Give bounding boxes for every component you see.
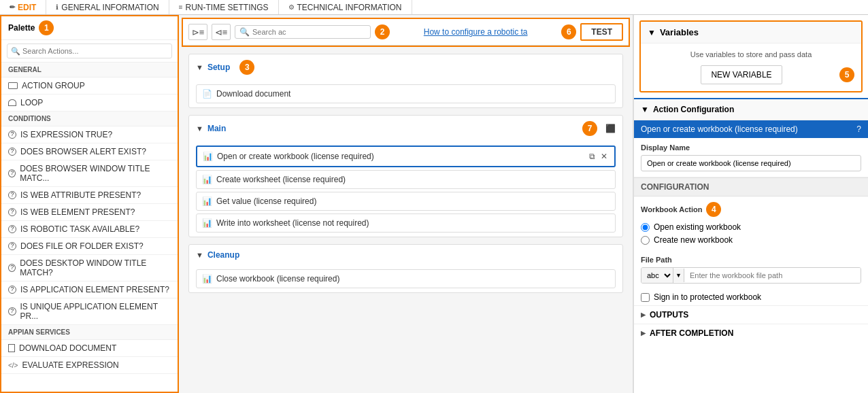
action-config-body: Open or create workbook (license require…	[634, 120, 868, 342]
sidebar-item-robotic-task[interactable]: ? IS ROBOTIC TASK AVAILABLE?	[1, 221, 178, 238]
outputs-row[interactable]: ▶ OUTPUTS	[634, 305, 868, 324]
sidebar-list: GENERAL ACTION GROUP LOOP CONDITIONS ? I…	[1, 63, 178, 392]
nav-general-info[interactable]: ℹ GENERAL INFORMATION	[46, 0, 169, 14]
palette-title: Palette	[8, 23, 35, 33]
section-main: ▼ Main 7 ⬛ 📊 Open or create workbook (li…	[188, 115, 623, 237]
sidebar-item-file-folder[interactable]: ? DOES FILE OR FOLDER EXIST?	[1, 238, 178, 255]
sidebar-item-unique-app-element[interactable]: ? IS UNIQUE APPLICATION ELEMENT PR...	[1, 298, 178, 325]
radio-create-new-input[interactable]	[641, 236, 650, 245]
variables-title: Variables	[660, 27, 699, 37]
center-search-input[interactable]	[252, 28, 366, 36]
test-button[interactable]: TEST	[580, 23, 623, 41]
action-open-workbook[interactable]: 📊 Open or create workbook (license requi…	[196, 146, 616, 167]
question-icon-7: ?	[8, 242, 16, 250]
action-download-document[interactable]: 📄 Download document	[196, 84, 616, 103]
config-subsection-header: CONFIGURATION	[634, 177, 868, 196]
sidebar-item-web-attribute[interactable]: ? IS WEB ATTRIBUTE PRESENT?	[1, 187, 178, 204]
palette-badge: 1	[39, 20, 54, 35]
sidebar-item-evaluate-expression[interactable]: </> EVALUATE EXPRESSION	[1, 357, 178, 374]
section-appian-services: APPIAN SERVICES	[1, 325, 178, 340]
selected-action-bar: Open or create workbook (license require…	[634, 120, 868, 138]
question-icon-10: ?	[8, 307, 16, 315]
variables-header: ▼ Variables	[641, 22, 861, 44]
sidebar-item-is-expression-true[interactable]: ? IS EXPRESSION TRUE?	[1, 126, 178, 143]
sidebar-item-browser-alert[interactable]: ? DOES BROWSER ALERT EXIST?	[1, 143, 178, 160]
action-write-worksheet[interactable]: 📊 Write into worksheet (license not requ…	[196, 213, 616, 233]
nav-runtime-settings[interactable]: ≡ RUN-TIME SETTINGS	[169, 0, 279, 14]
sign-in-checkbox-label[interactable]: Sign in to protected workbook	[634, 289, 868, 305]
section-cleanup-header[interactable]: ▼ Cleanup	[189, 245, 622, 265]
main-title: Main	[207, 124, 226, 133]
radio-open-existing-input[interactable]	[641, 223, 650, 232]
sidebar-item-app-element[interactable]: ? IS APPLICATION ELEMENT PRESENT?	[1, 281, 178, 298]
get-value-icon: 📊	[202, 196, 212, 206]
how-to-link[interactable]: How to configure a robotic ta	[394, 27, 557, 37]
center-content: ⊳≡ ⊲≡ 🔍 2 How to configure a robotic ta …	[179, 15, 633, 393]
nav-technical-info[interactable]: ⚙ TECHNICAL INFORMATION	[279, 0, 412, 14]
variables-section: ▼ Variables Use variables to store and p…	[639, 20, 863, 92]
question-icon-4: ?	[8, 191, 16, 199]
radio-open-existing[interactable]: Open existing workbook	[641, 222, 861, 232]
action-config-title: Action Configuration	[653, 105, 734, 114]
question-icon: ?	[8, 131, 16, 139]
code-icon: </>	[8, 362, 18, 369]
sidebar-item-browser-window-title[interactable]: ? DOES BROWSER WINDOW TITLE MATC...	[1, 160, 178, 187]
action-right-controls: ⧉ ✕	[588, 151, 609, 162]
action-config-header: ▼ Action Configuration	[634, 99, 868, 120]
action-config-section: ▼ Action Configuration Open or create wo…	[634, 98, 868, 393]
config-badge: 4	[706, 202, 721, 217]
collapse-all-button[interactable]: ⊲≡	[212, 24, 231, 40]
download-document-icon: 📄	[202, 89, 212, 99]
question-icon-3: ?	[8, 169, 16, 177]
setup-arrow: ▼	[196, 63, 203, 71]
main-badge: 7	[582, 121, 597, 136]
center-search-wrapper: 🔍	[235, 25, 371, 39]
file-type-select[interactable]: abc	[641, 268, 673, 283]
badge-6: 6	[561, 24, 576, 39]
close-workbook-icon: 📊	[202, 274, 212, 284]
after-completion-arrow: ▶	[641, 330, 646, 337]
expand-all-button[interactable]: ⊳≡	[188, 24, 207, 40]
variables-badge: 5	[839, 67, 854, 82]
question-icon-5: ?	[8, 208, 16, 216]
sidebar-search-wrapper: 🔍	[1, 40, 178, 63]
display-name-section: Display Name	[634, 138, 868, 177]
create-worksheet-icon: 📊	[202, 175, 212, 184]
radio-create-new[interactable]: Create new workbook	[641, 235, 861, 245]
setup-title: Setup	[207, 63, 230, 72]
variables-body: Use variables to store and pass data NEW…	[641, 44, 861, 91]
action-get-value[interactable]: 📊 Get value (license required)	[196, 192, 616, 211]
dropdown-arrow: ▼	[673, 269, 684, 282]
new-variable-button[interactable]: NEW VARIABLE	[701, 65, 782, 84]
top-navigation: ✏ EDIT ℹ GENERAL INFORMATION ≡ RUN-TIME …	[0, 0, 868, 15]
action-close-workbook[interactable]: 📊 Close workbook (license required)	[196, 269, 616, 288]
after-completion-row[interactable]: ▶ AFTER COMPLETION	[634, 324, 868, 342]
setup-body: 📄 Download document	[189, 80, 622, 107]
selected-action-label: Open or create workbook (license require…	[641, 124, 798, 134]
video-icon[interactable]: ⬛	[605, 124, 616, 133]
section-main-header[interactable]: ▼ Main 7 ⬛	[189, 116, 622, 141]
sidebar-item-web-element[interactable]: ? IS WEB ELEMENT PRESENT?	[1, 204, 178, 221]
search-icon: 🔍	[11, 47, 20, 56]
rect-icon	[8, 82, 18, 89]
file-path-input[interactable]	[684, 268, 861, 283]
page-icon	[8, 344, 15, 352]
sidebar-item-download-document[interactable]: DOWNLOAD DOCUMENT	[1, 340, 178, 357]
action-create-worksheet[interactable]: 📊 Create worksheet (license required)	[196, 170, 616, 189]
right-panel: ▼ Variables Use variables to store and p…	[633, 15, 868, 393]
help-icon[interactable]: ?	[856, 124, 861, 134]
sign-in-checkbox[interactable]	[641, 293, 650, 302]
sidebar-item-desktop-window-title[interactable]: ? DOES DESKTOP WINDOW TITLE MATCH?	[1, 255, 178, 281]
nav-edit[interactable]: ✏ EDIT	[0, 0, 46, 14]
copy-button[interactable]: ⧉	[588, 151, 597, 162]
sidebar-item-loop[interactable]: LOOP	[1, 95, 178, 112]
question-icon-9: ?	[8, 286, 16, 294]
display-name-input[interactable]	[641, 155, 861, 171]
section-setup-header[interactable]: ▼ Setup 3	[189, 54, 622, 80]
search-actions-input[interactable]	[7, 44, 172, 58]
gear-icon: ⚙	[288, 3, 295, 11]
question-icon-2: ?	[8, 148, 16, 156]
delete-button[interactable]: ✕	[599, 151, 609, 162]
cleanup-title: Cleanup	[207, 250, 239, 260]
sidebar-item-action-group[interactable]: ACTION GROUP	[1, 78, 178, 95]
